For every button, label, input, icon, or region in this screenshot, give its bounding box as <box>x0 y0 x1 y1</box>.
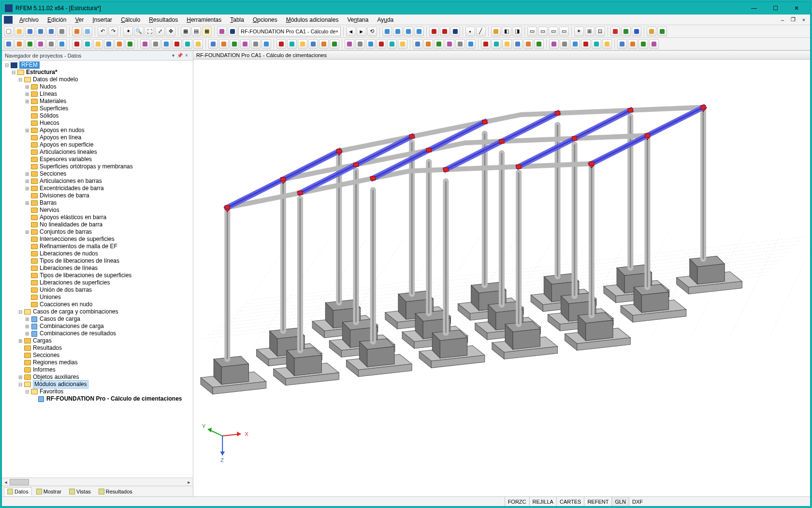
pan-icon[interactable]: ✥ <box>166 27 175 36</box>
toolbar2-button-35[interactable] <box>398 39 407 49</box>
tree-item[interactable]: Apoyos elásticos en barra <box>4 214 193 221</box>
toolbar2-button-4[interactable] <box>46 39 56 49</box>
toolbar2-button-53[interactable] <box>602 39 612 49</box>
toolbar2-button-29[interactable] <box>330 39 339 49</box>
maximize-button[interactable]: ☐ <box>765 2 786 15</box>
tree-item[interactable]: ⊟Casos de carga y combinaciones <box>4 308 193 315</box>
toolbar2-button-45[interactable] <box>513 39 522 49</box>
zoomwin-icon[interactable]: ⛶ <box>145 27 154 36</box>
toolbar2-button-14[interactable] <box>161 39 171 49</box>
tree-item[interactable]: Liberaciones de líneas <box>4 265 193 272</box>
toolbar2-button-12[interactable] <box>140 39 150 49</box>
toolbar2-button-1[interactable] <box>14 39 24 49</box>
toolbar2-button-16[interactable] <box>183 39 192 49</box>
mdi-icon[interactable] <box>4 16 13 24</box>
tab-mostrar[interactable]: Mostrar <box>33 487 65 496</box>
tree-item[interactable]: Sólidos <box>4 112 193 120</box>
tree-item[interactable]: ⊞Combinaciones de carga <box>4 323 193 330</box>
toolbar2-button-8[interactable] <box>93 39 103 49</box>
menu-resultados[interactable]: Resultados <box>145 15 182 24</box>
saveall-icon[interactable] <box>36 27 45 36</box>
tree-item[interactable]: Superficies <box>4 105 193 112</box>
snap-icon[interactable]: ⊡ <box>595 27 605 36</box>
block-icon[interactable] <box>83 27 92 36</box>
tree-item[interactable]: ⊞Excentricidades de barra <box>4 185 193 192</box>
minimize-button[interactable]: — <box>743 2 765 15</box>
tree-hscrollbar[interactable]: ◄► <box>2 478 193 486</box>
status-dxf[interactable]: DXF <box>629 497 646 506</box>
toolbar2-button-31[interactable] <box>355 39 365 49</box>
toolbar2-button-51[interactable] <box>581 39 591 49</box>
toolbar2-button-6[interactable] <box>72 39 82 49</box>
toolbar2-button-20[interactable] <box>230 39 239 49</box>
tree-item[interactable]: Informes <box>4 366 193 374</box>
cad2-icon[interactable]: ▭ <box>538 27 548 36</box>
toolbar2-button-49[interactable] <box>560 39 569 49</box>
open-icon[interactable] <box>14 27 24 36</box>
view-xy-icon[interactable] <box>393 27 403 36</box>
menu-opciones[interactable]: Opciones <box>249 15 281 24</box>
toolbar2-button-10[interactable] <box>115 39 124 49</box>
menu-ver[interactable]: Ver <box>71 15 87 24</box>
toolbar2-button-15[interactable] <box>172 39 182 49</box>
toolbar2-button-47[interactable] <box>534 39 544 49</box>
status-gln[interactable]: GLN <box>611 497 629 506</box>
new-icon[interactable] <box>4 27 14 36</box>
toolbar2-button-2[interactable] <box>25 39 35 49</box>
toolbar2-button-33[interactable] <box>377 39 386 49</box>
tab-vistas[interactable]: Vistas <box>66 487 94 496</box>
node-icon[interactable]: ▪ <box>465 27 475 36</box>
toolbar2-button-27[interactable] <box>308 39 318 49</box>
toolbar2-button-17[interactable] <box>193 39 203 49</box>
loads-icon[interactable] <box>491 27 501 36</box>
sel2-icon[interactable]: ◨ <box>512 27 522 36</box>
menu-modulos[interactable]: Módulos adicionales <box>282 15 343 24</box>
info-icon[interactable]: ▦ <box>202 27 212 36</box>
tree-item[interactable]: Apoyos en superficie <box>4 141 193 149</box>
sel-icon[interactable]: ◧ <box>502 27 511 36</box>
cad3-icon[interactable]: ▭ <box>549 27 558 36</box>
project-tree[interactable]: ⊟RFEM⊟Estructura*⊟Datos del modelo⊞Nudos… <box>2 60 193 478</box>
model-canvas[interactable]: XYZ <box>193 60 810 496</box>
toolbar2-button-34[interactable] <box>387 39 397 49</box>
toolbar2-button-44[interactable] <box>502 39 512 49</box>
mdi-restore-button[interactable]: ❐ <box>789 15 798 24</box>
mdi-close-button[interactable]: × <box>799 15 808 24</box>
tree-item[interactable]: Apoyos en línea <box>4 134 193 141</box>
autohide-icon[interactable]: 📌 <box>176 53 183 58</box>
close-button[interactable]: ✕ <box>786 2 807 15</box>
cad1-icon[interactable]: ▭ <box>527 27 537 36</box>
wand-icon[interactable]: ✦ <box>123 27 133 36</box>
view-yz-icon[interactable] <box>414 27 424 36</box>
tree-item[interactable]: Uniones <box>4 294 193 301</box>
status-rejilla[interactable]: REJILLA <box>529 497 556 506</box>
tree-item[interactable]: Divisiones de barra <box>4 192 193 199</box>
tree-item[interactable]: Superficies ortótropas y membranas <box>4 163 193 170</box>
tree-item[interactable]: Coacciones en nudo <box>4 301 193 308</box>
toolbar2-button-36[interactable] <box>413 39 422 49</box>
toolbar2-button-54[interactable] <box>617 39 627 49</box>
status-refent[interactable]: REFENT <box>584 497 611 506</box>
toolbar2-button-37[interactable] <box>423 39 433 49</box>
tree-item[interactable]: ⊞Cargas <box>4 337 193 344</box>
menu-ventana[interactable]: Ventana <box>343 15 372 24</box>
toolbar2-button-11[interactable] <box>125 39 135 49</box>
line-icon[interactable]: ╱ <box>476 27 486 36</box>
status-cartes[interactable]: CARTES <box>556 497 584 506</box>
toolbar2-button-30[interactable] <box>345 39 354 49</box>
pick3-icon[interactable] <box>450 27 460 36</box>
tree-item[interactable]: ⊞Nudos <box>4 83 193 90</box>
grid-icon[interactable]: ▦ <box>181 27 190 36</box>
tables-icon[interactable]: ▤ <box>191 27 201 36</box>
tree-item[interactable]: ⊟Datos del modelo <box>4 76 193 83</box>
toolbar2-button-18[interactable] <box>208 39 218 49</box>
save-icon[interactable] <box>25 27 35 36</box>
toolbar2-button-3[interactable] <box>36 39 45 49</box>
toolbar2-button-19[interactable] <box>219 39 229 49</box>
pick2-icon[interactable] <box>440 27 450 36</box>
status-forzc[interactable]: FORZC <box>505 497 529 506</box>
view-xz-icon[interactable] <box>404 27 413 36</box>
pin-icon[interactable]: ▾ <box>170 53 176 58</box>
toolbar2-button-52[interactable] <box>592 39 601 49</box>
tree-item[interactable]: Unión de dos barras <box>4 286 193 294</box>
